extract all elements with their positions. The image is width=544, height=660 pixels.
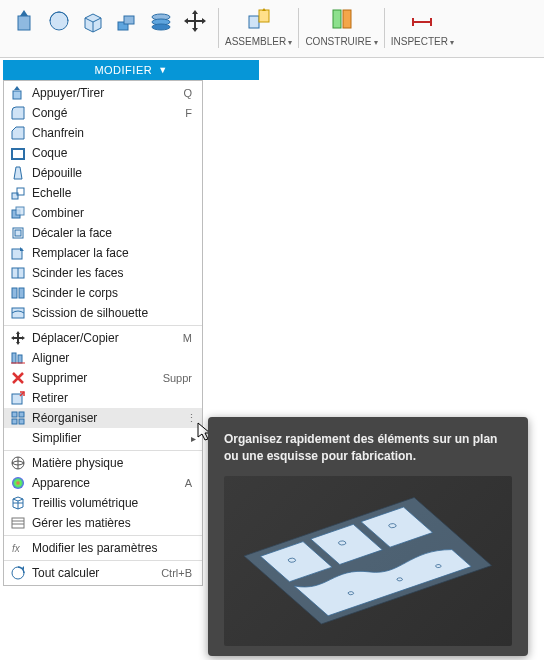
menu-item-label: Supprimer: [32, 371, 163, 385]
toolbar-separator: [218, 8, 219, 48]
submenu-arrow-icon: ▸: [191, 433, 196, 444]
toolbar-separator: [384, 8, 385, 48]
menu-item-label: Chanfrein: [32, 126, 196, 140]
svg-rect-10: [343, 10, 351, 28]
tooltip-image: [224, 476, 512, 646]
menu-item-label: Matière physique: [32, 456, 196, 470]
menu-separator: [4, 560, 202, 561]
revolve-icon[interactable]: [44, 6, 74, 36]
svg-rect-8: [259, 10, 269, 22]
g-rer-les-mati-res-icon: [10, 515, 26, 531]
scinder-le-corps-icon: [10, 285, 26, 301]
menu-item-label: Décaler la face: [32, 226, 196, 240]
menu-item-modifier-les-param-tres[interactable]: fxModifier les paramètres: [4, 538, 202, 558]
box-icon[interactable]: [78, 6, 108, 36]
menu-item-label: Appuyer/Tirer: [32, 86, 183, 100]
menu-item-r-organiser[interactable]: Réorganiser⋮: [4, 408, 202, 428]
menu-item-label: Congé: [32, 106, 185, 120]
aligner-icon: [10, 350, 26, 366]
menu-item-label: Simplifier: [32, 431, 196, 445]
svg-rect-37: [12, 518, 24, 528]
menu-item-mati-re-physique[interactable]: Matière physique: [4, 453, 202, 473]
menu-item-label: Retirer: [32, 391, 196, 405]
menu-item-d-pouille[interactable]: Dépouille: [4, 163, 202, 183]
svg-rect-18: [15, 230, 21, 236]
menu-item-label: Scinder les faces: [32, 266, 196, 280]
d-pouille-icon: [10, 165, 26, 181]
menu-item-shortcut: Suppr: [163, 372, 192, 384]
menu-item-tout-calculer[interactable]: Tout calculerCtrl+B: [4, 563, 202, 583]
tooltip-text: Organisez rapidement des éléments sur un…: [224, 431, 512, 466]
menu-item-d-placer-copier[interactable]: Déplacer/CopierM: [4, 328, 202, 348]
inspecter-icon: [407, 4, 437, 34]
menu-item-echelle[interactable]: Echelle: [4, 183, 202, 203]
menu-item-label: Réorganiser: [32, 411, 196, 425]
supprimer-icon: [10, 370, 26, 386]
menu-item-treillis-volum-trique[interactable]: Treillis volumétrique: [4, 493, 202, 513]
toolbar: ASSEMBLER CONSTRUIRE INSPECTER: [0, 0, 544, 58]
menu-item-d-caler-la-face[interactable]: Décaler la face: [4, 223, 202, 243]
menu-item-label: Combiner: [32, 206, 196, 220]
modifier-dropdown-header[interactable]: MODIFIER ▼: [3, 60, 259, 80]
menu-item-aligner[interactable]: Aligner: [4, 348, 202, 368]
construire-button[interactable]: CONSTRUIRE: [301, 2, 381, 49]
menu-item-label: Tout calculer: [32, 566, 161, 580]
combiner-icon: [10, 205, 26, 221]
menu-item-label: Scinder le corps: [32, 286, 196, 300]
construire-label: CONSTRUIRE: [305, 36, 377, 47]
assembler-label: ASSEMBLER: [225, 36, 292, 47]
menu-item-shortcut: F: [185, 107, 192, 119]
svg-rect-0: [18, 16, 30, 30]
menu-item-apparence[interactable]: ApparenceA: [4, 473, 202, 493]
svg-rect-30: [12, 412, 17, 417]
menu-item-scinder-le-corps[interactable]: Scinder le corps: [4, 283, 202, 303]
stack-icon[interactable]: [112, 6, 142, 36]
menu-separator: [4, 325, 202, 326]
apparence-icon: [10, 475, 26, 491]
menu-item-scission-de-silhouette[interactable]: Scission de silhouette: [4, 303, 202, 323]
svg-rect-11: [13, 91, 21, 99]
menu-item-shortcut: A: [185, 477, 192, 489]
modifier-menu: Appuyer/TirerQCongéFChanfreinCoqueDépoui…: [3, 80, 203, 586]
menu-item-shortcut: Q: [183, 87, 192, 99]
menu-item-chanfrein[interactable]: Chanfrein: [4, 123, 202, 143]
menu-item-retirer[interactable]: Retirer: [4, 388, 202, 408]
menu-item-label: Aligner: [32, 351, 196, 365]
svg-rect-24: [12, 308, 24, 318]
inspecter-button[interactable]: INSPECTER: [387, 2, 458, 49]
mati-re-physique-icon: [10, 455, 26, 471]
menu-item-label: Coque: [32, 146, 196, 160]
menu-item-shortcut: Ctrl+B: [161, 567, 192, 579]
menu-item-cong-[interactable]: CongéF: [4, 103, 202, 123]
menu-item-supprimer[interactable]: SupprimerSuppr: [4, 368, 202, 388]
retirer-icon: [10, 390, 26, 406]
scission-de-silhouette-icon: [10, 305, 26, 321]
extrude-icon[interactable]: [10, 6, 40, 36]
svg-point-36: [12, 477, 24, 489]
menu-item-scinder-les-faces[interactable]: Scinder les faces: [4, 263, 202, 283]
svg-rect-12: [12, 149, 24, 159]
toolbar-icon-group: [4, 2, 216, 36]
menu-item-g-rer-les-mati-res[interactable]: Gérer les matières: [4, 513, 202, 533]
tooltip-panel: Organisez rapidement des éléments sur un…: [208, 417, 528, 656]
chanfrein-icon: [10, 125, 26, 141]
svg-rect-22: [12, 288, 17, 298]
menu-item-combiner[interactable]: Combiner: [4, 203, 202, 223]
construire-icon: [327, 4, 357, 34]
menu-item-remplacer-la-face[interactable]: Remplacer la face: [4, 243, 202, 263]
layers-icon[interactable]: [146, 6, 176, 36]
menu-item-simplifier[interactable]: Simplifier▸: [4, 428, 202, 448]
menu-separator: [4, 535, 202, 536]
menu-item-label: Treillis volumétrique: [32, 496, 196, 510]
treillis-volum-trique-icon: [10, 495, 26, 511]
move-icon[interactable]: [180, 6, 210, 36]
menu-item-coque[interactable]: Coque: [4, 143, 202, 163]
menu-item-label: Gérer les matières: [32, 516, 196, 530]
svg-rect-3: [124, 16, 134, 24]
svg-point-6: [152, 24, 170, 30]
menu-item-label: Remplacer la face: [32, 246, 196, 260]
menu-item-appuyer-tirer[interactable]: Appuyer/TirerQ: [4, 83, 202, 103]
coque-icon: [10, 145, 26, 161]
more-dots-icon[interactable]: ⋮: [186, 412, 198, 425]
assembler-button[interactable]: ASSEMBLER: [221, 2, 296, 49]
